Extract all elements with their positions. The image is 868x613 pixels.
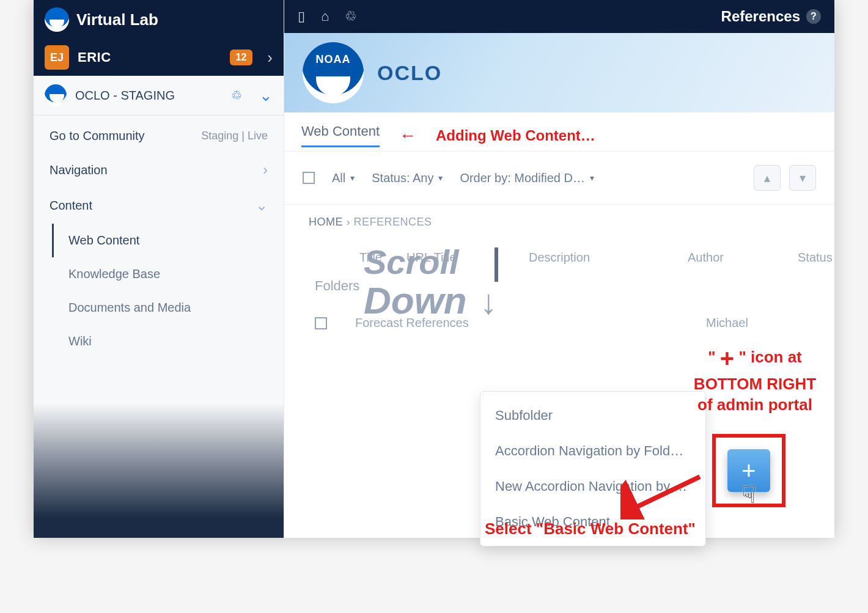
site-selector[interactable]: OCLO - STAGING ♲ ⌄ — [34, 76, 284, 116]
help-icon[interactable]: ? — [806, 9, 821, 24]
navigation-label: Navigation — [50, 163, 108, 177]
app-shell: Virtual Lab EJ ERIC 12 › OCLO - STAGING … — [34, 0, 834, 538]
tab-row: Web Content ← Adding Web Content… — [284, 112, 834, 151]
breadcrumb-current: REFERENCES — [354, 216, 432, 228]
sidebar-toggle-icon[interactable]: ▯ — [298, 9, 305, 24]
user-avatar: EJ — [45, 45, 69, 70]
menu-item-new-accordion[interactable]: New Accordion Navigation by F… — [480, 469, 705, 504]
noaa-logo-text: NOAA — [316, 53, 351, 66]
sidebar-item-documents-media[interactable]: Documents and Media — [52, 291, 284, 325]
annotation-text: " icon at — [738, 348, 801, 366]
sidebar: Virtual Lab EJ ERIC 12 › OCLO - STAGING … — [34, 0, 284, 538]
annotation-plus-callout: " + " icon at BOTTOM RIGHT of admin port… — [669, 342, 840, 416]
th-author: Author — [688, 251, 773, 265]
site-name: OCLO - STAGING — [75, 89, 175, 103]
tab-web-content[interactable]: Web Content — [301, 123, 380, 147]
sidebar-header: Virtual Lab — [34, 0, 284, 39]
table-header: Title URL Title Description Author Statu… — [284, 240, 834, 276]
annotation-plus-symbol: + — [720, 345, 734, 372]
annotation-arrow-left-icon: ← — [399, 126, 416, 145]
user-name: ERIC — [78, 50, 111, 65]
breadcrumb-home[interactable]: HOME — [309, 216, 343, 228]
notification-count[interactable]: 12 — [230, 50, 253, 65]
go-to-community-row[interactable]: Go to Community Staging | Live — [34, 116, 284, 148]
content-row[interactable]: Content ⌄ — [34, 183, 284, 219]
annotation-select-basic: Select "Basic Web Content" — [485, 519, 696, 538]
staging-live-label[interactable]: Staging | Live — [201, 130, 268, 142]
noaa-logo-icon — [45, 7, 69, 32]
all-selector[interactable]: All ▾ — [332, 171, 355, 185]
annotation-text: of admin portal — [697, 395, 812, 414]
hero-banner: NOAA OCLO — [284, 33, 834, 112]
annotation-adding-web-content: Adding Web Content… — [436, 127, 595, 144]
sort-buttons: ▴ ▾ — [754, 165, 816, 191]
breadcrumb-sep: › — [347, 216, 351, 228]
sidebar-item-knowledge-base[interactable]: Knowledge Base — [52, 257, 284, 291]
chevron-right-icon: › — [263, 161, 268, 178]
content-subitems: Web Content Knowledge Base Documents and… — [34, 219, 284, 358]
sort-desc-button[interactable]: ▾ — [789, 165, 816, 191]
text-cursor-icon — [495, 248, 498, 282]
order-label: Order by: Modified D… — [460, 171, 585, 185]
caret-icon: ▾ — [438, 173, 443, 183]
references-label: References — [721, 8, 800, 25]
sidebar-item-wiki[interactable]: Wiki — [52, 325, 284, 358]
chevron-right-icon[interactable]: › — [267, 48, 273, 67]
page-title: References ? — [721, 8, 821, 25]
home-icon[interactable]: ⌂ — [321, 9, 329, 24]
folders-label: Folders — [284, 276, 834, 306]
cursor-hand-icon: ☟ — [741, 480, 756, 508]
status-label: Status: Any — [372, 171, 433, 185]
menu-item-accordion[interactable]: Accordion Navigation by Folder I… — [480, 433, 705, 469]
navigation-row[interactable]: Navigation › — [34, 148, 284, 183]
recycle-icon[interactable]: ♲ — [345, 9, 357, 24]
app-title: Virtual Lab — [76, 10, 158, 29]
row-author: Michael — [706, 316, 804, 330]
sidebar-item-web-content[interactable]: Web Content — [52, 224, 284, 257]
order-selector[interactable]: Order by: Modified D… ▾ — [460, 171, 594, 185]
all-label: All — [332, 171, 345, 185]
user-row[interactable]: EJ ERIC 12 › — [34, 39, 284, 76]
caret-icon: ▾ — [590, 173, 594, 183]
topbar: ▯ ⌂ ♲ References ? — [284, 0, 834, 33]
sidebar-gradient — [34, 403, 284, 538]
go-to-community-label: Go to Community — [50, 129, 145, 143]
chevron-down-icon[interactable]: ⌄ — [259, 86, 273, 105]
chevron-down-icon: ⌄ — [256, 197, 268, 214]
status-selector[interactable]: Status: Any ▾ — [372, 171, 443, 185]
site-logo-icon — [45, 84, 67, 106]
th-title: Title — [309, 251, 382, 265]
noaa-hero-logo-icon: NOAA — [303, 42, 364, 103]
table-row[interactable]: Forecast References Michael — [284, 306, 834, 340]
filter-toolbar: All ▾ Status: Any ▾ Order by: Modified D… — [284, 151, 834, 205]
th-status: Status — [798, 251, 868, 265]
breadcrumb: HOME › REFERENCES — [284, 205, 834, 240]
hero-title: OCLO — [377, 61, 442, 85]
annotation-text: " — [708, 348, 715, 366]
select-all-checkbox[interactable] — [303, 172, 315, 184]
content-label: Content — [50, 199, 92, 213]
annotation-text: BOTTOM RIGHT — [694, 375, 816, 393]
row-title: Forecast References — [355, 316, 490, 330]
recycle-icon[interactable]: ♲ — [231, 88, 242, 103]
row-checkbox[interactable] — [315, 317, 327, 329]
th-description: Description — [529, 251, 663, 265]
caret-icon: ▾ — [350, 173, 355, 183]
sort-asc-button[interactable]: ▴ — [754, 165, 781, 191]
th-url: URL Title — [406, 251, 504, 265]
